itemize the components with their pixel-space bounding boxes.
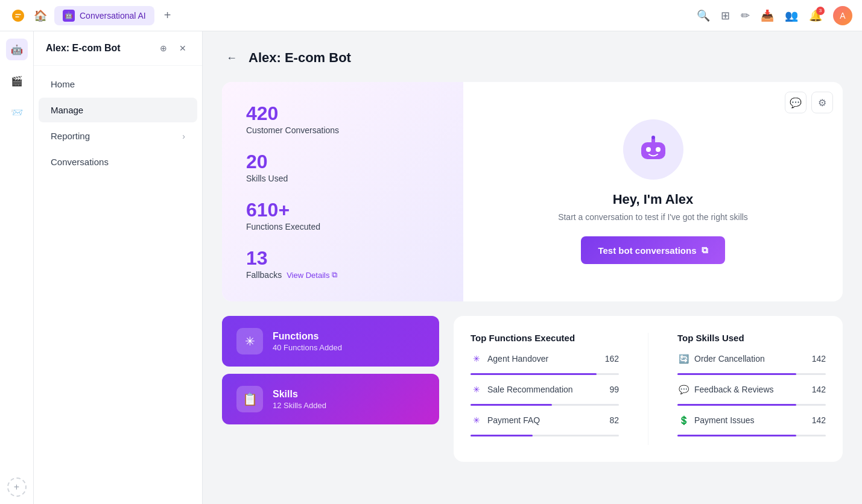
svg-point-1 (646, 147, 651, 152)
back-button[interactable]: ← (222, 48, 241, 68)
test-bot-label: Test bot conversations (598, 245, 696, 256)
content-area: ← Alex: E-com Bot 420 Customer Conversat… (203, 31, 862, 504)
contacts-icon[interactable]: 👥 (785, 9, 798, 22)
top-skills-col: Top Skills Used 🔄 Order Cancellation 142 (677, 333, 826, 445)
top-functions-item-2: ✳ Payment FAQ 82 (471, 414, 619, 436)
rail-icon-inbox[interactable]: 📨 (6, 101, 28, 123)
stat-functions-executed-count: 610+ (246, 200, 439, 219)
top-stats-card: Top Functions Executed ✳ Agent Handover … (454, 316, 843, 462)
user-avatar[interactable]: A (833, 6, 852, 25)
chevron-right-icon: › (182, 131, 185, 141)
search-icon[interactable]: 🔍 (697, 9, 710, 22)
functions-subtitle: 40 Functions Added (273, 343, 342, 352)
skill-name-2: Payment Issues (694, 415, 755, 425)
function-bar-wrap-1 (471, 404, 619, 406)
topbar-right: 🔍 ⊞ ✏ 📥 👥 🔔 3 A (697, 6, 852, 25)
skills-card[interactable]: 📋 Skills 12 Skills Added (222, 374, 439, 424)
stat-fallbacks-row: Fallbacks View Details ⧉ (246, 270, 439, 280)
expand-icon[interactable]: ⊕ (156, 41, 171, 55)
settings-button[interactable]: ⚙ (811, 92, 833, 113)
card-action-buttons: 💬 ⚙ (785, 92, 833, 113)
icon-rail: 🤖 🎬 📨 + (0, 31, 34, 504)
skill-count-2: 142 (812, 415, 826, 425)
skill-name-1: Feedback & Reviews (694, 385, 774, 394)
function-icon-2: ✳ (471, 414, 483, 426)
sidebar-header: Alex: E-com Bot ⊕ ✕ (34, 31, 202, 66)
sidebar-item-home-label: Home (51, 79, 75, 89)
top-functions-item-1: ✳ Sale Recommendation 99 (471, 383, 619, 406)
stats-left-panel: 420 Customer Conversations 20 Skills Use… (222, 82, 463, 301)
function-bar-0 (471, 373, 597, 375)
sidebar-item-conversations[interactable]: Conversations (39, 150, 197, 174)
home-icon[interactable]: 🏠 (34, 9, 47, 22)
function-bar-wrap-2 (471, 435, 619, 436)
rail-add-button[interactable]: + (7, 477, 27, 497)
rail-icon-media[interactable]: 🎬 (6, 70, 28, 92)
stat-skills-used-label: Skills Used (246, 174, 439, 183)
stats-card: 420 Customer Conversations 20 Skills Use… (222, 82, 843, 301)
sidebar-item-home[interactable]: Home (39, 72, 197, 96)
skills-card-text: Skills 12 Skills Added (273, 389, 326, 410)
top-skills-item-1: 💬 Feedback & Reviews 142 (677, 383, 826, 406)
sidebar-item-reporting[interactable]: Reporting › (39, 124, 197, 148)
stat-customer-conversations: 420 Customer Conversations (246, 104, 439, 135)
test-bot-button[interactable]: Test bot conversations ⧉ (581, 236, 724, 264)
apps-icon[interactable]: ⊞ (721, 9, 730, 22)
top-functions-item-0: ✳ Agent Handover 162 (471, 353, 619, 375)
skill-bar-wrap-2 (677, 435, 826, 436)
sidebar-item-manage-label: Manage (51, 105, 83, 115)
sidebar-item-manage[interactable]: Manage (39, 98, 197, 122)
view-details-text: View Details (287, 271, 329, 280)
skill-bar-wrap-1 (677, 404, 826, 406)
function-bar-wrap-0 (471, 373, 619, 375)
chat-preview-button[interactable]: 💬 (785, 92, 807, 113)
sidebar-title: Alex: E-com Bot (46, 43, 121, 54)
stat-customer-conversations-label: Customer Conversations (246, 125, 439, 135)
column-divider (648, 333, 648, 445)
skill-bar-2 (677, 435, 796, 436)
functions-card[interactable]: ✳ Functions 40 Functions Added (222, 316, 439, 367)
main-layout: 🤖 🎬 📨 + Alex: E-com Bot ⊕ ✕ Home Manage … (0, 31, 862, 504)
add-tab-button[interactable]: + (164, 8, 171, 22)
skill-count-0: 142 (812, 354, 826, 364)
svg-point-4 (651, 136, 655, 139)
tab-label: Conversational AI (80, 11, 146, 20)
sidebar: Alex: E-com Bot ⊕ ✕ Home Manage Reportin… (34, 31, 203, 504)
sidebar-actions: ⊕ ✕ (156, 41, 190, 55)
external-link-icon: ⧉ (332, 270, 337, 280)
skill-bar-0 (677, 373, 796, 375)
close-icon[interactable]: ✕ (176, 41, 190, 55)
stat-skills-used: 20 Skills Used (246, 152, 439, 183)
skill-icon-1: 💬 (677, 383, 689, 395)
sidebar-item-reporting-label: Reporting (51, 131, 90, 141)
topbar: 🏠 🤖 Conversational AI + 🔍 ⊞ ✏ 📥 👥 🔔 3 A (0, 0, 862, 31)
function-name-0: Agent Handover (487, 354, 548, 364)
skill-icon-2: 💲 (677, 414, 689, 426)
skill-bar-1 (677, 404, 796, 406)
svg-point-2 (656, 147, 661, 152)
skill-count-1: 142 (812, 385, 826, 394)
function-count-1: 99 (609, 385, 619, 394)
topbar-tab-conversational-ai[interactable]: 🤖 Conversational AI (54, 6, 154, 25)
bot-greeting-panel: 💬 ⚙ Hey, I'm Alex Start a conversation t… (463, 82, 843, 301)
svg-rect-0 (641, 142, 665, 159)
functions-title: Functions (273, 331, 342, 342)
stat-functions-executed: 610+ Functions Executed (246, 200, 439, 232)
sidebar-item-conversations-label: Conversations (51, 157, 109, 167)
inbox-icon[interactable]: 📥 (761, 9, 774, 22)
rail-icon-bot[interactable]: 🤖 (6, 39, 28, 60)
top-functions-title: Top Functions Executed (471, 333, 619, 343)
compose-icon[interactable]: ✏ (741, 9, 750, 22)
view-details-link[interactable]: View Details ⧉ (287, 270, 337, 280)
notifications-icon[interactable]: 🔔 3 (809, 9, 822, 22)
stat-functions-executed-label: Functions Executed (246, 222, 439, 232)
stat-customer-conversations-count: 420 (246, 104, 439, 123)
skill-bar-wrap-0 (677, 373, 826, 375)
bot-sub-text: Start a conversation to test if I've got… (558, 212, 748, 222)
function-name-2: Payment FAQ (487, 415, 540, 425)
function-count-0: 162 (605, 354, 619, 364)
skills-title: Skills (273, 389, 326, 400)
feature-cards-column: ✳ Functions 40 Functions Added 📋 Skills … (222, 316, 439, 462)
skill-icon-0: 🔄 (677, 353, 689, 365)
content-header: ← Alex: E-com Bot (222, 48, 843, 68)
